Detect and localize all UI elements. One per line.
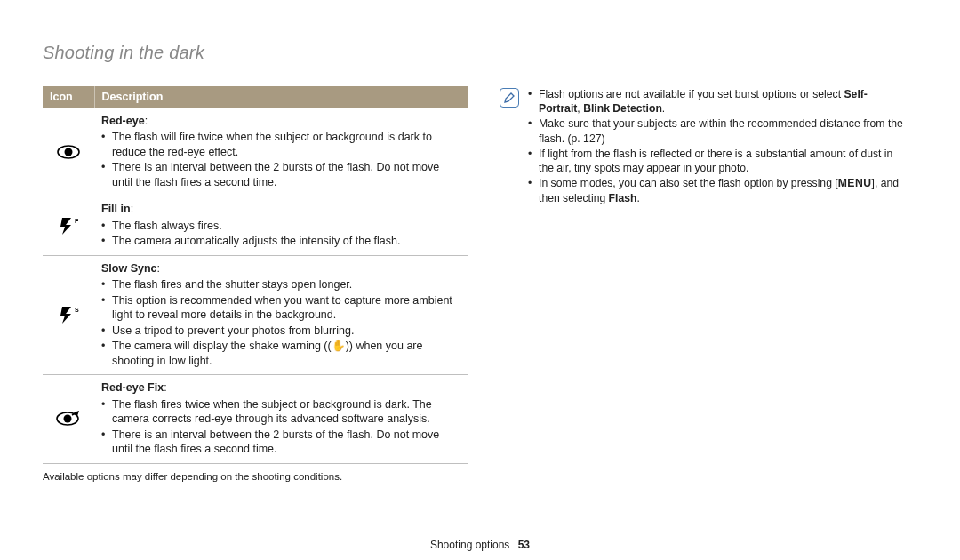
desc-cell: Red-eye: The flash will fire twice when … bbox=[94, 108, 468, 196]
availability-note: Available options may differ depending o… bbox=[43, 471, 468, 482]
note-item: In some modes, you can also set the flas… bbox=[528, 176, 907, 204]
row-title: Slow Sync bbox=[101, 262, 157, 275]
table-row: S Slow Sync: The flash fires and the shu… bbox=[43, 255, 468, 375]
columns: Icon Description Red bbox=[43, 86, 917, 482]
note-list: Flash options are not available if you s… bbox=[528, 86, 907, 206]
note-box: Flash options are not available if you s… bbox=[500, 86, 907, 206]
svg-point-7 bbox=[64, 415, 72, 423]
left-column: Icon Description Red bbox=[43, 86, 468, 482]
right-column: Flash options are not available if you s… bbox=[500, 86, 907, 482]
bullet: The camera automatically adjusts the int… bbox=[101, 234, 460, 249]
icon-cell: S bbox=[43, 255, 94, 375]
svg-text:F: F bbox=[75, 218, 79, 224]
flash-options-table: Icon Description Red bbox=[43, 86, 468, 464]
red-eye-fix-icon bbox=[56, 410, 81, 428]
svg-marker-2 bbox=[60, 218, 71, 235]
footer-section: Shooting options bbox=[430, 539, 509, 551]
desc-cell: Fill in: The flash always fires. The cam… bbox=[94, 196, 468, 256]
bullet: This option is recommended when you want… bbox=[101, 293, 460, 323]
desc-cell: Slow Sync: The flash fires and the shutt… bbox=[94, 255, 468, 375]
note-item: Make sure that your subjects are within … bbox=[528, 116, 907, 145]
slow-sync-icon: S bbox=[57, 305, 80, 324]
note-item: Flash options are not available if you s… bbox=[528, 87, 907, 116]
desc-cell: Red-eye Fix: The flash fires twice when … bbox=[94, 375, 468, 464]
row-title: Fill in bbox=[101, 203, 131, 215]
bullet: The flash always fires. bbox=[101, 219, 460, 234]
svg-marker-4 bbox=[60, 307, 71, 324]
bullet: The flash will fire twice when the subje… bbox=[101, 130, 460, 159]
icon-cell bbox=[43, 108, 94, 196]
svg-point-1 bbox=[65, 148, 73, 156]
bullet: Use a tripod to prevent your photos from… bbox=[101, 324, 460, 339]
fill-in-icon: F bbox=[57, 216, 80, 236]
page-title: Shooting in the dark bbox=[43, 43, 917, 63]
th-icon: Icon bbox=[43, 86, 94, 108]
bullet: There is an interval between the 2 burst… bbox=[101, 428, 460, 457]
row-title: Red-eye bbox=[101, 115, 145, 127]
row-title: Red-eye Fix bbox=[101, 381, 164, 394]
footer-page: 53 bbox=[518, 539, 530, 551]
table-row: F Fill in: The flash always fires. The c… bbox=[43, 196, 468, 256]
bullet: The flash fires twice when the subject o… bbox=[101, 397, 460, 427]
red-eye-icon bbox=[57, 144, 80, 160]
th-description: Description bbox=[94, 86, 468, 108]
menu-button-label: MENU bbox=[838, 176, 872, 190]
page-footer: Shooting options 53 bbox=[0, 539, 960, 551]
svg-text:S: S bbox=[75, 307, 79, 313]
note-item: If light from the flash is reflected or … bbox=[528, 147, 907, 175]
icon-cell: F bbox=[43, 196, 94, 256]
bullet: There is an interval between the 2 burst… bbox=[101, 160, 460, 189]
note-icon bbox=[500, 88, 519, 108]
manual-page: Shooting in the dark Icon Description bbox=[0, 0, 960, 560]
table-row: Red-eye Fix: The flash fires twice when … bbox=[43, 375, 468, 464]
bullet: The flash fires and the shutter stays op… bbox=[101, 277, 460, 292]
bullet: The camera will display the shake warnin… bbox=[101, 339, 460, 368]
table-row: Red-eye: The flash will fire twice when … bbox=[43, 108, 468, 196]
icon-cell bbox=[43, 375, 94, 464]
